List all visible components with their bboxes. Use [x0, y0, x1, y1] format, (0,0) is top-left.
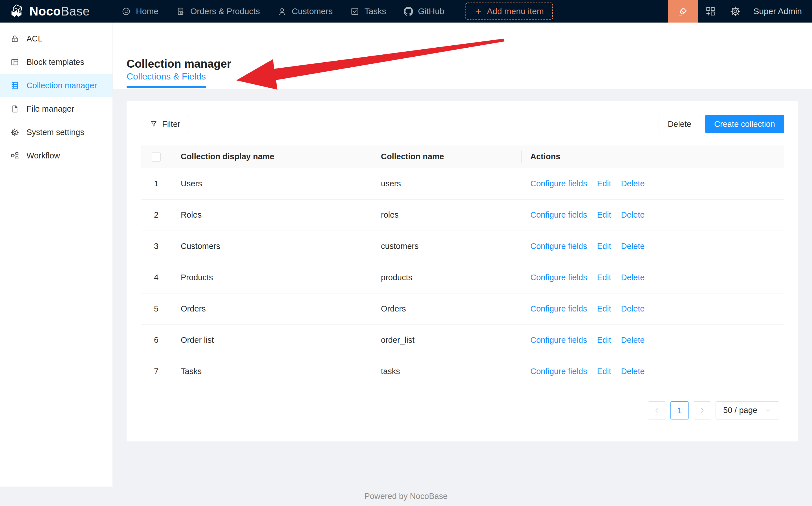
configure-fields-link[interactable]: Configure fields: [530, 273, 587, 282]
cell-display-name: Customers: [172, 231, 372, 262]
chevron-right-icon: [699, 407, 706, 414]
delete-link[interactable]: Delete: [621, 273, 645, 282]
nav-menu-item[interactable]: Home: [113, 0, 167, 22]
cell-collection-name: Orders: [372, 293, 521, 325]
action-divider: [616, 212, 616, 219]
setting-icon: [10, 128, 19, 137]
top-navbar: NocoBase Home Orders & Products Customer…: [0, 0, 812, 22]
check-square-icon: [350, 7, 359, 16]
table-row: 2 Roles roles Configure fieldsEditDelete: [141, 199, 784, 231]
configure-fields-link[interactable]: Configure fields: [530, 367, 587, 376]
delete-link[interactable]: Delete: [621, 304, 645, 313]
next-page-button[interactable]: [693, 401, 711, 419]
create-collection-button[interactable]: Create collection: [705, 115, 784, 133]
sidebar-item[interactable]: Workflow: [0, 144, 112, 167]
chevron-left-icon: [654, 407, 660, 414]
select-all-header: [141, 146, 172, 168]
cell-display-name: Products: [172, 262, 372, 293]
collections-card: Filter Delete Create collection Collecti…: [127, 101, 798, 441]
layout-icon: [10, 58, 19, 67]
sidebar-item[interactable]: Block templates: [0, 51, 112, 73]
cell-display-name: Order list: [172, 325, 372, 356]
edit-link[interactable]: Edit: [597, 335, 611, 344]
navbar-right-actions: Super Admin: [668, 0, 812, 22]
app-logo-text: NocoBase: [29, 4, 90, 18]
select-all-checkbox[interactable]: [152, 153, 161, 162]
edit-link[interactable]: Edit: [597, 210, 611, 219]
configure-fields-link[interactable]: Configure fields: [530, 179, 587, 188]
row-index: 1: [141, 168, 172, 199]
previous-page-button[interactable]: [648, 401, 666, 419]
settings-button[interactable]: [723, 0, 748, 22]
configure-fields-link[interactable]: Configure fields: [530, 210, 587, 219]
configure-fields-link[interactable]: Configure fields: [530, 335, 587, 344]
nav-menu-item[interactable]: Tasks: [341, 0, 395, 22]
cell-display-name: Tasks: [172, 356, 372, 387]
action-divider: [616, 368, 616, 376]
delete-link[interactable]: Delete: [621, 210, 645, 219]
page-size-select[interactable]: 50 / page: [716, 401, 779, 419]
tab-collections-fields[interactable]: Collections & Fields: [127, 71, 206, 88]
pagination: 1 50 / page: [141, 401, 784, 419]
edit-link[interactable]: Edit: [597, 179, 611, 188]
action-divider: [616, 180, 616, 188]
nav-menu-item-label: Home: [136, 6, 158, 16]
row-index: 5: [141, 293, 172, 325]
action-divider: [616, 274, 616, 282]
edit-link[interactable]: Edit: [597, 367, 611, 376]
action-divider: [616, 337, 616, 344]
user-menu[interactable]: Super Admin: [748, 6, 812, 16]
sidebar: ACL Block templates Collection manager F…: [0, 22, 113, 487]
powered-by-footer: Powered by NocoBase: [0, 487, 812, 506]
cell-collection-name: roles: [372, 199, 521, 231]
nav-menu-item[interactable]: GitHub: [395, 0, 453, 22]
plugins-button[interactable]: [698, 0, 723, 22]
action-divider: [592, 274, 592, 282]
cell-display-name: Roles: [172, 199, 372, 231]
cell-collection-name: users: [372, 168, 521, 199]
sidebar-item-label: Workflow: [26, 151, 60, 160]
delete-button[interactable]: Delete: [659, 115, 700, 133]
smile-icon: [121, 7, 131, 16]
delete-link[interactable]: Delete: [621, 335, 645, 344]
edit-link[interactable]: Edit: [597, 273, 611, 282]
sidebar-item-label: ACL: [26, 34, 42, 44]
cell-collection-name: customers: [372, 231, 521, 262]
action-divider: [592, 337, 592, 344]
edit-link[interactable]: Edit: [597, 304, 611, 313]
sidebar-item[interactable]: File manager: [0, 97, 112, 120]
nav-menu-item-label: GitHub: [418, 6, 444, 16]
configure-fields-link[interactable]: Configure fields: [530, 242, 587, 251]
cell-actions: Configure fieldsEditDelete: [521, 293, 784, 325]
cell-actions: Configure fieldsEditDelete: [521, 199, 784, 231]
chevron-down-icon: [764, 407, 772, 414]
page-header: Collection manager Collections & Fields: [113, 22, 812, 89]
plus-icon: [475, 7, 482, 15]
edit-link[interactable]: Edit: [597, 242, 611, 251]
filter-button[interactable]: Filter: [141, 115, 189, 133]
page-size-value: 50 / page: [723, 406, 757, 415]
app-logo[interactable]: NocoBase: [0, 0, 113, 22]
delete-link[interactable]: Delete: [621, 242, 645, 251]
cell-actions: Configure fieldsEditDelete: [521, 168, 784, 199]
nav-menu-item[interactable]: Customers: [269, 0, 341, 22]
sidebar-item[interactable]: System settings: [0, 121, 112, 144]
highlighter-icon: [677, 6, 688, 17]
sidebar-item[interactable]: Collection manager: [0, 74, 112, 97]
action-divider: [592, 368, 592, 376]
delete-link[interactable]: Delete: [621, 179, 645, 188]
main-menu: Home Orders & Products Customers Tasks G…: [113, 0, 453, 22]
row-index: 7: [141, 356, 172, 387]
ui-editor-button[interactable]: [668, 0, 698, 22]
table-row: 3 Customers customers Configure fieldsEd…: [141, 231, 784, 262]
sidebar-item[interactable]: ACL: [0, 27, 112, 50]
nav-menu-item-label: Orders & Products: [190, 6, 260, 16]
delete-link[interactable]: Delete: [621, 367, 645, 376]
row-index: 3: [141, 231, 172, 262]
page-number-button[interactable]: 1: [670, 401, 688, 419]
add-menu-item-button[interactable]: Add menu item: [466, 3, 553, 20]
cell-actions: Configure fieldsEditDelete: [521, 356, 784, 387]
configure-fields-link[interactable]: Configure fields: [530, 304, 587, 313]
appstore-add-icon: [705, 6, 716, 17]
nav-menu-item[interactable]: Orders & Products: [167, 0, 269, 22]
